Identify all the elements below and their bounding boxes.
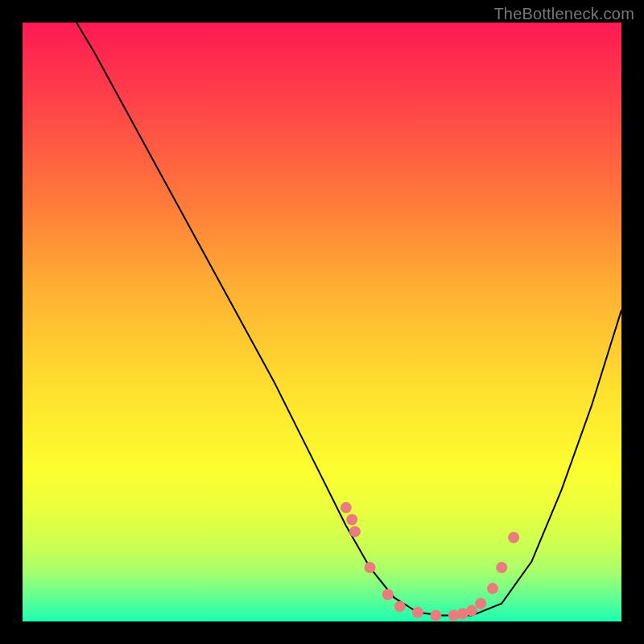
marker-dot	[412, 607, 423, 618]
chart-frame	[23, 23, 621, 621]
marker-dot	[430, 610, 441, 621]
marker-dot	[496, 562, 507, 573]
curve-line	[76, 23, 621, 616]
marker-dot	[508, 532, 519, 543]
watermark-text: TheBottleneck.com	[493, 5, 634, 23]
marker-dot	[365, 562, 376, 573]
marker-dot	[341, 502, 352, 514]
bottleneck-chart	[23, 23, 621, 621]
marker-dot	[349, 526, 361, 537]
marker-dot	[382, 589, 394, 601]
marker-dot	[466, 605, 477, 617]
marker-dot	[346, 514, 357, 526]
marker-dot	[475, 598, 486, 609]
marker-dot	[394, 601, 406, 612]
marker-dot	[487, 583, 498, 594]
